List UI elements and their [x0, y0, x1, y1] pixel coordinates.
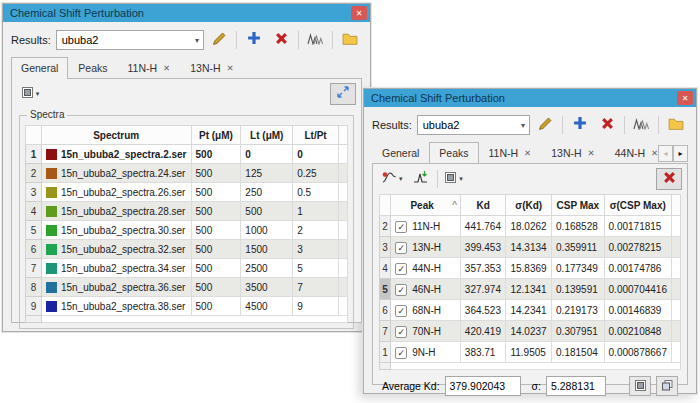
copy-table-button[interactable]: [656, 376, 678, 396]
csp-max-cell[interactable]: 0.181504: [552, 342, 605, 363]
spectrum-cell[interactable]: 15n_ububa2_spectra.24.ser: [41, 164, 191, 183]
tab-close-icon[interactable]: ✕: [651, 148, 658, 158]
pt-cell[interactable]: 500: [191, 145, 241, 164]
peak-cell[interactable]: ✓68N-H: [391, 300, 461, 321]
sigma-csp-max-cell[interactable]: 0.000878667: [604, 342, 671, 363]
column-header[interactable]: Lt (μM): [241, 126, 293, 145]
column-header[interactable]: Peak^: [391, 195, 461, 216]
spectrum-cell[interactable]: 15n_ububa2_spectra.26.ser: [41, 183, 191, 202]
lt-cell[interactable]: 1000: [241, 221, 293, 240]
row-number[interactable]: 3: [26, 183, 42, 202]
average-kd-field[interactable]: 379.902043: [445, 376, 521, 396]
show-spectra-overlay-button[interactable]: [629, 114, 654, 136]
sigma-csp-max-cell[interactable]: 0.00146839: [604, 300, 671, 321]
lt-pt-cell[interactable]: 2: [293, 221, 339, 240]
spectrum-cell[interactable]: 15n_ububa2_spectra.28.ser: [41, 202, 191, 221]
pt-cell[interactable]: 500: [191, 183, 241, 202]
results-combobox[interactable]: ububa2 ▾: [417, 115, 530, 135]
row-number[interactable]: 8: [26, 278, 42, 297]
column-header[interactable]: σ(CSP Max): [604, 195, 671, 216]
close-icon[interactable]: ✕: [677, 91, 693, 105]
tab-scroll-left-button[interactable]: ◂: [658, 145, 673, 162]
kd-cell[interactable]: 399.453: [460, 237, 506, 258]
row-number[interactable]: 3: [380, 237, 391, 258]
peak-cell[interactable]: ✓46N-H: [391, 279, 461, 300]
column-header[interactable]: Spectrum: [41, 126, 191, 145]
csp-max-cell[interactable]: 0.307951: [552, 321, 605, 342]
kd-cell[interactable]: 420.419: [460, 321, 506, 342]
peak-checkbox[interactable]: ✓: [395, 347, 407, 359]
spectrum-color-swatch[interactable]: [46, 282, 57, 293]
kd-cell[interactable]: 383.71: [460, 342, 506, 363]
peak-cell[interactable]: ✓9N-H: [391, 342, 461, 363]
peak-checkbox[interactable]: ✓: [395, 326, 407, 338]
spectrum-cell[interactable]: 15n_ububa2_spectra.30.ser: [41, 221, 191, 240]
lt-cell[interactable]: 0: [241, 145, 293, 164]
lt-cell[interactable]: 4500: [241, 297, 293, 316]
row-number[interactable]: 5: [380, 279, 391, 300]
lt-pt-cell[interactable]: 0.5: [293, 183, 339, 202]
lt-pt-cell[interactable]: 0.25: [293, 164, 339, 183]
peak-checkbox[interactable]: ✓: [395, 284, 407, 296]
sigma-csp-max-cell[interactable]: 0.00171815: [604, 216, 671, 237]
column-header[interactable]: Kd: [460, 195, 506, 216]
tab-peaks[interactable]: Peaks: [68, 57, 117, 78]
tab-peaks[interactable]: Peaks: [429, 142, 478, 163]
column-header[interactable]: Lt/Pt: [293, 126, 339, 145]
row-number[interactable]: 2: [26, 164, 42, 183]
spectrum-cell[interactable]: 15n_ububa2_spectra.34.ser: [41, 259, 191, 278]
lt-cell[interactable]: 3500: [241, 278, 293, 297]
tab-13n-h[interactable]: 13N-H✕: [541, 142, 604, 163]
tab-general[interactable]: General: [372, 142, 429, 163]
tab-close-icon[interactable]: ✕: [524, 148, 531, 158]
sigma-field[interactable]: 5.288131: [546, 376, 606, 396]
spectrum-color-swatch[interactable]: [46, 149, 57, 160]
spectrum-color-swatch[interactable]: [46, 225, 57, 236]
row-number[interactable]: 6: [26, 240, 42, 259]
sigma-kd-cell[interactable]: 11.9505: [506, 342, 552, 363]
spectrum-color-swatch[interactable]: [46, 263, 57, 274]
pt-cell[interactable]: 500: [191, 164, 241, 183]
sigma-kd-cell[interactable]: 15.8369: [506, 258, 552, 279]
kd-cell[interactable]: 357.353: [460, 258, 506, 279]
peak-cell[interactable]: ✓70N-H: [391, 321, 461, 342]
remove-peak-button[interactable]: [656, 168, 682, 190]
row-number[interactable]: 4: [380, 258, 391, 279]
pt-cell[interactable]: 500: [191, 297, 241, 316]
tab-44n-h[interactable]: 44N-H✕: [605, 142, 658, 163]
peak-checkbox[interactable]: ✓: [395, 242, 407, 254]
row-number[interactable]: 9: [26, 297, 42, 316]
peak-cell[interactable]: ✓44N-H: [391, 258, 461, 279]
peak-checkbox[interactable]: ✓: [395, 221, 407, 233]
row-number[interactable]: 4: [26, 202, 42, 221]
kd-cell[interactable]: 327.974: [460, 279, 506, 300]
peak-checkbox[interactable]: ✓: [395, 305, 407, 317]
tab-close-icon[interactable]: ✕: [163, 63, 170, 73]
export-table-button[interactable]: [629, 376, 651, 396]
spectrum-cell[interactable]: 15n_ububa2_spectra.38.ser: [41, 297, 191, 316]
results-combobox[interactable]: ububa2 ▾: [56, 30, 204, 50]
spectrum-color-swatch[interactable]: [46, 206, 57, 217]
tab-general[interactable]: General: [11, 57, 68, 79]
sigma-kd-cell[interactable]: 12.1341: [506, 279, 552, 300]
column-header[interactable]: σ(Kd): [506, 195, 552, 216]
open-folder-button[interactable]: [663, 114, 688, 136]
peak-picker-button[interactable]: [408, 168, 434, 190]
sigma-kd-cell[interactable]: 14.0237: [506, 321, 552, 342]
open-folder-button[interactable]: [337, 29, 362, 51]
spectrum-color-swatch[interactable]: [46, 301, 57, 312]
csp-max-cell[interactable]: 0.177349: [552, 258, 605, 279]
lt-pt-cell[interactable]: 3: [293, 240, 339, 259]
csp-max-cell[interactable]: 0.168528: [552, 216, 605, 237]
titlebar[interactable]: Chemical Shift Perturbation ✕: [3, 4, 370, 22]
sigma-csp-max-cell[interactable]: 0.00174786: [604, 258, 671, 279]
lt-cell[interactable]: 2500: [241, 259, 293, 278]
pt-cell[interactable]: 500: [191, 202, 241, 221]
lt-pt-cell[interactable]: 5: [293, 259, 339, 278]
tab-close-icon[interactable]: ✕: [227, 63, 234, 73]
tab-13n-h[interactable]: 13N-H✕: [180, 57, 243, 78]
row-number[interactable]: 7: [26, 259, 42, 278]
close-icon[interactable]: ✕: [351, 6, 367, 20]
pt-cell[interactable]: 500: [191, 221, 241, 240]
tab-close-icon[interactable]: ✕: [588, 148, 595, 158]
